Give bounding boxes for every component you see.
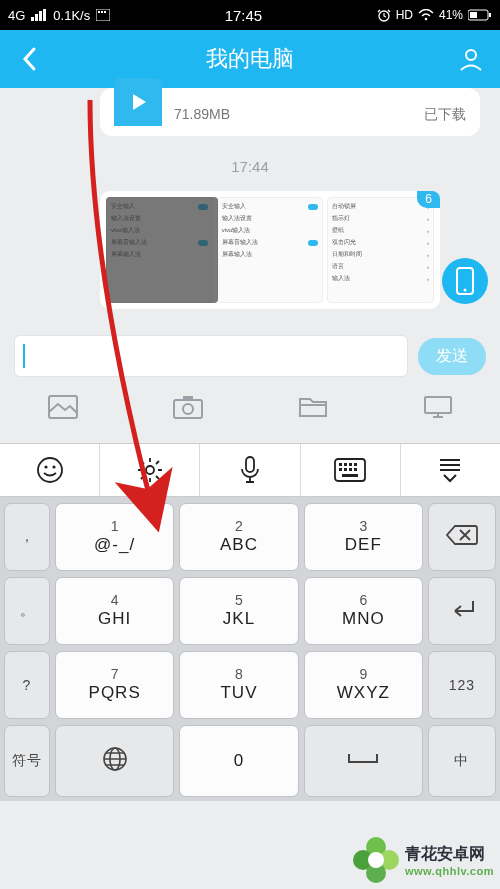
svg-rect-4 [96, 9, 110, 21]
svg-rect-17 [174, 400, 202, 418]
key-backspace[interactable] [428, 503, 496, 571]
key-2[interactable]: 2ABC [179, 503, 298, 571]
svg-rect-32 [344, 468, 347, 471]
back-button[interactable] [14, 44, 44, 74]
camera-icon[interactable] [170, 393, 206, 421]
svg-point-24 [146, 466, 154, 474]
hd-label: HD [396, 8, 413, 22]
play-icon [114, 78, 162, 126]
emoji-button[interactable] [0, 444, 100, 496]
svg-rect-28 [344, 463, 347, 466]
svg-rect-29 [349, 463, 352, 466]
signal-icon [31, 9, 47, 21]
key-3[interactable]: 3DEF [304, 503, 423, 571]
key-4[interactable]: 4GHI [55, 577, 174, 645]
key-8[interactable]: 8TUV [179, 651, 298, 719]
svg-rect-34 [354, 468, 357, 471]
watermark-url: www.qhhlv.com [405, 865, 494, 877]
backspace-icon [446, 524, 478, 550]
alarm-icon [377, 8, 391, 22]
svg-rect-11 [489, 13, 491, 17]
time-separator: 17:44 [0, 136, 500, 191]
text-cursor [23, 344, 25, 368]
svg-rect-31 [339, 468, 342, 471]
profile-button[interactable] [456, 44, 486, 74]
gallery-icon[interactable] [45, 393, 81, 421]
file-message[interactable]: 71.89MB 已下载 [100, 88, 480, 136]
sim-icon [96, 9, 110, 21]
status-bar: 4G 0.1K/s 17:45 HD 41% [0, 0, 500, 30]
file-size: 71.89MB [174, 106, 230, 124]
voice-button[interactable] [200, 444, 300, 496]
keyboard-toolbar [0, 443, 500, 497]
svg-rect-35 [342, 474, 358, 477]
svg-point-21 [38, 458, 62, 482]
settings-button[interactable] [100, 444, 200, 496]
keyboard: ， 1@-_/ 2ABC 3DEF 。 4GHI 5JKL 6MNO ? 7PQ… [0, 497, 500, 801]
key-comma[interactable]: ， [4, 503, 50, 571]
input-row: 发送 [0, 325, 500, 387]
svg-point-9 [425, 18, 428, 21]
folder-icon[interactable] [295, 393, 331, 421]
device-float-button[interactable] [442, 258, 488, 304]
media-row [0, 387, 500, 433]
message-input[interactable] [14, 335, 408, 377]
key-lang[interactable]: 中 [428, 725, 496, 797]
key-question[interactable]: ? [4, 651, 50, 719]
watermark: 青花安卓网 www.qhhlv.com [353, 837, 494, 883]
file-status: 已下载 [424, 106, 466, 124]
image-overlay [106, 197, 218, 303]
svg-point-15 [464, 289, 467, 292]
chat-area: 71.89MB 已下载 17:44 安全输入 输入法设置 vivo输入法 屏幕音… [0, 88, 500, 443]
keyboard-type-button[interactable] [301, 444, 401, 496]
svg-rect-33 [349, 468, 352, 471]
monitor-icon[interactable] [420, 393, 456, 421]
battery-pct: 41% [439, 8, 463, 22]
svg-rect-20 [425, 397, 451, 413]
watermark-logo-icon [353, 837, 399, 883]
svg-rect-25 [246, 457, 254, 472]
key-globe[interactable] [55, 725, 174, 797]
battery-icon [468, 9, 492, 21]
space-icon [345, 750, 381, 772]
svg-point-19 [183, 404, 193, 414]
svg-point-22 [44, 465, 47, 468]
svg-rect-5 [98, 11, 100, 13]
page-title: 我的电脑 [206, 44, 294, 74]
clock: 17:45 [110, 7, 376, 24]
svg-point-23 [52, 465, 55, 468]
key-5[interactable]: 5JKL [179, 577, 298, 645]
wifi-icon [418, 9, 434, 21]
enter-icon [447, 597, 477, 625]
svg-rect-27 [339, 463, 342, 466]
svg-rect-30 [354, 463, 357, 466]
svg-point-13 [466, 50, 476, 60]
key-1[interactable]: 1@-_/ [55, 503, 174, 571]
network-label: 4G [8, 8, 25, 23]
globe-icon [102, 746, 128, 776]
svg-rect-12 [470, 12, 477, 18]
send-button[interactable]: 发送 [418, 338, 486, 375]
chat-header: 我的电脑 [0, 30, 500, 88]
key-9[interactable]: 9WXYZ [304, 651, 423, 719]
key-0[interactable]: 0 [179, 725, 298, 797]
image-count-badge: 6 [417, 191, 440, 208]
watermark-title: 青花安卓网 [405, 844, 494, 865]
key-numbers[interactable]: 123 [428, 651, 496, 719]
svg-rect-7 [104, 11, 106, 13]
key-space[interactable] [304, 725, 423, 797]
svg-rect-1 [35, 14, 38, 21]
svg-rect-3 [43, 9, 46, 21]
collapse-keyboard-button[interactable] [401, 444, 500, 496]
key-symbols[interactable]: 符号 [4, 725, 50, 797]
image-message[interactable]: 安全输入 输入法设置 vivo输入法 屏幕音输入法 屏幕输入法 安全输入 输入法… [100, 191, 440, 309]
key-7[interactable]: 7PQRS [55, 651, 174, 719]
svg-rect-2 [39, 11, 42, 21]
svg-rect-6 [101, 11, 103, 13]
key-6[interactable]: 6MNO [304, 577, 423, 645]
key-enter[interactable] [428, 577, 496, 645]
svg-rect-18 [183, 396, 193, 401]
key-period[interactable]: 。 [4, 577, 50, 645]
speed-label: 0.1K/s [53, 8, 90, 23]
svg-rect-0 [31, 17, 34, 21]
